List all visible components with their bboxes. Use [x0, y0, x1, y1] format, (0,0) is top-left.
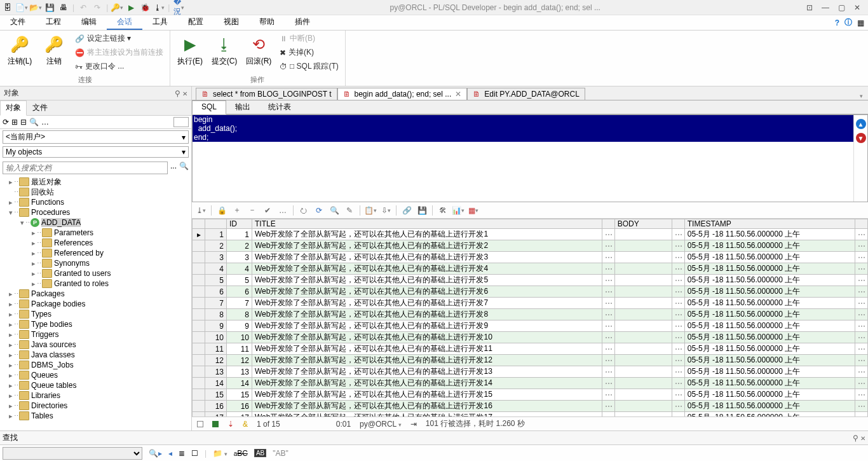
table-row[interactable]: ▸11Web开发除了全部从新写起，还可以在其他人已有的基础上进行开发1⋯⋯05-… [193, 229, 868, 240]
settings-icon[interactable]: �況 [173, 3, 184, 13]
tree-Granted to users[interactable]: ▸⋯Granted to users [0, 268, 191, 279]
tree-Triggers[interactable]: ▸⋯Triggers [0, 329, 191, 340]
ribbon-回滚(R)[interactable]: ⟲回滚(R) [243, 32, 275, 69]
table-row[interactable]: 1212Web开发除了全部从新写起，还可以在其他人已有的基础上进行开发12⋯⋯0… [193, 355, 868, 366]
grid-cancel-icon[interactable]: … [278, 205, 288, 216]
col-x[interactable] [193, 219, 205, 229]
sql-editor[interactable]: begin add_data();end; [193, 115, 853, 202]
tree-最近对象[interactable]: ▸⋯最近对象 [0, 177, 191, 187]
find-list-icon[interactable]: ≣ [179, 449, 185, 458]
table-row[interactable]: 1414Web开发除了全部从新写起，还可以在其他人已有的基础上进行开发14⋯⋯0… [193, 378, 868, 389]
col-TITLE[interactable]: TITLE [252, 219, 602, 229]
menu-配置[interactable]: 配置 [178, 15, 214, 30]
tree-References[interactable]: ▸⋯References [0, 238, 191, 248]
col-x[interactable] [205, 219, 227, 229]
search-input[interactable] [3, 162, 168, 174]
subtab-输出[interactable]: 输出 [226, 100, 259, 114]
grid-find-icon[interactable]: 🔍 [329, 205, 339, 216]
grid-refresh-icon[interactable]: ⟳ [314, 205, 324, 216]
menu-视图[interactable]: 视图 [214, 15, 249, 30]
help-icon[interactable]: ? [835, 18, 839, 27]
info-icon[interactable]: ⓘ [844, 17, 852, 28]
ribbon-设定主链接[interactable]: 🔗设定主链接 ▾ [72, 32, 166, 45]
ribbon-执行(E)[interactable]: ▶执行(E) [174, 32, 206, 69]
table-row[interactable]: 55Web开发除了全部从新写起，还可以在其他人已有的基础上进行开发5⋯⋯05-5… [193, 275, 868, 286]
layout-icon[interactable]: ▦ [857, 18, 864, 27]
menu-编辑[interactable]: 编辑 [71, 15, 107, 30]
table-row[interactable]: 1313Web开发除了全部从新写起，还可以在其他人已有的基础上进行开发13⋯⋯0… [193, 366, 868, 378]
find-pin-icon[interactable] [853, 434, 858, 443]
table-row[interactable]: 22Web开发除了全部从新写起，还可以在其他人已有的基础上进行开发2⋯⋯05-5… [193, 240, 868, 252]
grid-copy-icon[interactable]: 📋 [365, 205, 376, 216]
grid-fetch-icon[interactable]: ⤓ [196, 205, 206, 216]
tree-Package bodies[interactable]: ▸⋯Package bodies [0, 299, 191, 309]
expand-icon[interactable]: ⊞ [11, 118, 18, 127]
tree-Packages[interactable]: ▸⋯Packages [0, 289, 191, 299]
refresh-icon[interactable]: ⟳ [3, 118, 9, 127]
schema-combo[interactable]: <当前用户>▾ [3, 130, 189, 144]
tab-close-icon[interactable]: ✕ [455, 90, 461, 99]
search-go-icon[interactable]: 🔍 [179, 162, 189, 174]
tree-DBMS_Jobs[interactable]: ▸⋯DBMS_Jobs [0, 360, 191, 370]
tree-ADD_DATA[interactable]: ▾⋯PADD_DATA [0, 217, 191, 228]
redo-icon[interactable]: ↷ [92, 3, 102, 13]
find-scope-icon[interactable]: 📁 [213, 449, 227, 458]
open-icon[interactable]: 📂 [31, 3, 41, 13]
ribbon-注销[interactable]: 🔑注销 [38, 32, 70, 69]
find-prev-icon[interactable]: ◂ [168, 449, 172, 458]
doctab[interactable]: 🗎Edit PY.ADD_DATA@ORCL [467, 88, 585, 100]
status-conn[interactable]: py@ORCL [360, 420, 402, 429]
sidetab-文件[interactable]: 文件 [27, 100, 53, 115]
save-icon[interactable]: 💾 [44, 3, 55, 13]
tree-Procedures[interactable]: ▾⋯Procedures [0, 207, 191, 217]
table-row[interactable]: 44Web开发除了全部从新写起，还可以在其他人已有的基础上进行开发4⋯⋯05-5… [193, 263, 868, 275]
menu-会话[interactable]: 会话 [107, 15, 142, 30]
tree-Granted to roles[interactable]: ▸⋯Granted to roles [0, 279, 191, 289]
ribbon-提交(C)[interactable]: ⭳提交(C) [208, 32, 240, 69]
tree-Functions[interactable]: ▸⋯Functions [0, 197, 191, 207]
find-opt-ab[interactable]: AB [254, 449, 266, 457]
tree-Referenced by[interactable]: ▸⋯Referenced by [0, 248, 191, 258]
find-opt-abc[interactable]: aBC [234, 449, 248, 458]
grid-link-icon[interactable]: 🔗 [402, 205, 412, 216]
status-pin-icon[interactable]: ⇥ [410, 420, 417, 429]
db-icon[interactable]: ⭳ [154, 3, 164, 13]
ribbon-更改口令 ...[interactable]: 🗝更改口令 ... [72, 60, 166, 73]
find-next-icon[interactable]: 🔍▸ [149, 449, 162, 458]
subtab-SQL[interactable]: SQL [192, 100, 226, 114]
debug-icon[interactable]: 🐞 [140, 3, 150, 13]
menu-工程[interactable]: 工程 [36, 15, 71, 30]
grid-tool1-icon[interactable]: 🛠 [438, 205, 448, 216]
table-row[interactable]: 1111Web开发除了全部从新写起，还可以在其他人已有的基础上进行开发11⋯⋯0… [193, 343, 868, 355]
new-doc-icon[interactable]: 📄 [17, 3, 27, 13]
back-icon[interactable]: … [41, 118, 49, 127]
find-combo[interactable] [3, 447, 142, 460]
grid-commit-icon[interactable]: ⭮ [299, 205, 309, 216]
close-window-icon[interactable]: ✕ [854, 3, 860, 12]
ribbon-注销(L)[interactable]: 🔑注销(L) [4, 32, 36, 69]
grid-del-icon[interactable]: － [247, 205, 257, 216]
tree-Queue tables[interactable]: ▸⋯Queue tables [0, 380, 191, 390]
table-row[interactable]: 33Web开发除了全部从新写起，还可以在其他人已有的基础上进行开发3⋯⋯05-5… [193, 252, 868, 263]
sidetab-对象[interactable]: 对象 [0, 100, 27, 116]
col-x[interactable] [672, 219, 684, 229]
menu-帮助[interactable]: 帮助 [249, 15, 285, 30]
table-row[interactable]: 1616Web开发除了全部从新写起，还可以在其他人已有的基础上进行开发16⋯⋯0… [193, 401, 868, 412]
tree-Parameters[interactable]: ▸⋯Parameters [0, 228, 191, 238]
key-icon[interactable]: 🔑 [112, 3, 122, 13]
collapse-icon[interactable]: ⊟ [20, 118, 27, 127]
col-BODY[interactable]: BODY [614, 219, 672, 229]
pin-icon[interactable] [175, 89, 180, 98]
doctab[interactable]: 🗎select * from BLOG_LOGINPOST t [196, 88, 337, 100]
search-more-icon[interactable]: ... [170, 162, 177, 174]
find-obj-icon[interactable]: 🔍 [29, 118, 39, 127]
tree-Libraries[interactable]: ▸⋯Libraries [0, 390, 191, 401]
menu-工具[interactable]: 工具 [142, 15, 178, 30]
tree-Tables[interactable]: ▸⋯Tables [0, 411, 191, 421]
close-panel-icon[interactable] [182, 89, 187, 98]
grid-add-icon[interactable]: ＋ [232, 205, 242, 216]
subtab-统计表[interactable]: 统计表 [259, 100, 300, 114]
grid-post-icon[interactable]: ✔ [262, 205, 273, 216]
maximize-icon[interactable]: ▢ [838, 3, 845, 12]
tree-Queues[interactable]: ▸⋯Queues [0, 370, 191, 380]
